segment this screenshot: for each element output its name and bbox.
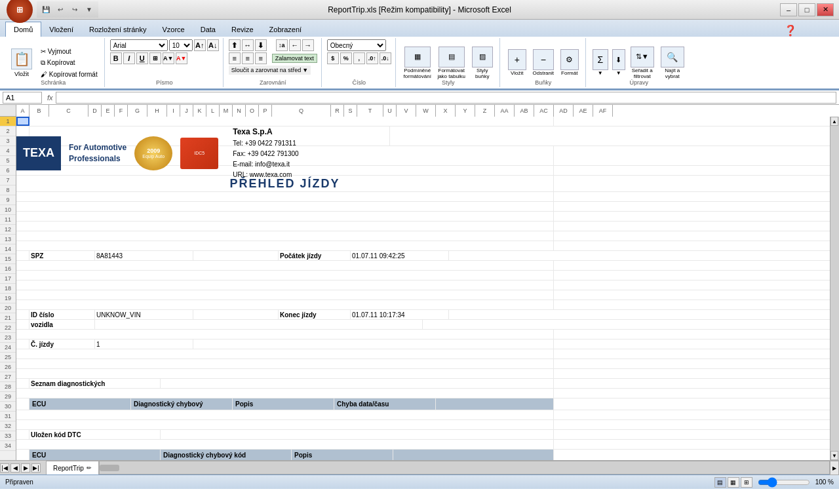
sum-btn[interactable]: Σ ▼: [591, 47, 610, 78]
cell-a22-rest[interactable]: [193, 339, 554, 349]
cut-btn[interactable]: ✂ Vyjmout: [38, 47, 100, 56]
tab-zobrazeni[interactable]: Zobrazení: [262, 22, 310, 37]
text-direction-btn[interactable]: ↕a: [276, 39, 288, 51]
indent-increase-btn[interactable]: →: [302, 39, 314, 51]
sheet-nav-next[interactable]: ▶: [21, 463, 30, 473]
align-middle-btn[interactable]: ↔: [242, 39, 254, 51]
minimize-btn[interactable]: –: [780, 3, 797, 16]
conditional-format-btn[interactable]: ▦ Podmíněné formátování: [401, 45, 434, 81]
cell-a11[interactable]: [16, 241, 554, 250]
close-btn[interactable]: ✕: [817, 3, 834, 16]
format-painter-btn[interactable]: 🖌 Kopírovat formát: [38, 69, 100, 79]
vertical-scrollbar[interactable]: ▲ ▼: [830, 117, 839, 460]
thousands-btn[interactable]: ,: [353, 52, 365, 64]
page-layout-btn[interactable]: ▦: [728, 477, 739, 488]
sheet-nav-prev[interactable]: ◀: [10, 463, 20, 473]
cell-spacer12[interactable]: [193, 251, 279, 260]
borders-btn[interactable]: ⊞: [149, 52, 161, 64]
sheet-nav-last[interactable]: ▶|: [31, 463, 41, 473]
cell-a26-rest[interactable]: [161, 379, 554, 388]
cell-reference-box[interactable]: [3, 92, 42, 104]
cell-a23[interactable]: [16, 349, 554, 359]
delete-cells-btn[interactable]: − Odstranit: [530, 47, 556, 78]
cell-a14[interactable]: [16, 271, 554, 280]
wrap-text-btn[interactable]: Zalamovat text: [272, 54, 317, 63]
sheet-nav-first[interactable]: |◀: [0, 463, 9, 473]
paste-btn[interactable]: 📋 Vložit: [7, 47, 37, 79]
cell-a31[interactable]: [16, 430, 29, 439]
cell-a1[interactable]: [16, 117, 29, 126]
cell-a33[interactable]: [16, 450, 29, 460]
number-format-select[interactable]: Obecný: [327, 39, 386, 51]
tab-vlozeni[interactable]: Vložení: [41, 22, 81, 37]
decimal-inc-btn[interactable]: .0↑: [366, 52, 378, 64]
cell-styles-btn[interactable]: ▨ Styly buňky: [469, 45, 496, 81]
cell-a16[interactable]: [16, 290, 554, 300]
indent-decrease-btn[interactable]: ←: [289, 39, 301, 51]
format-cells-btn[interactable]: ⚙ Formát: [558, 47, 581, 78]
italic-btn[interactable]: I: [123, 52, 135, 64]
redo-quick-btn[interactable]: ↪: [68, 4, 81, 16]
cell-a31-rest[interactable]: [161, 430, 554, 439]
cell-a10[interactable]: [16, 231, 554, 241]
align-bottom-btn[interactable]: ⬇: [255, 39, 267, 51]
decimal-dec-btn[interactable]: .0↓: [380, 52, 391, 64]
underline-btn[interactable]: U: [136, 52, 148, 64]
align-left-btn[interactable]: ≡: [229, 52, 241, 64]
font-name-select[interactable]: Arial: [110, 39, 168, 51]
scroll-down-btn[interactable]: ▼: [830, 451, 838, 460]
cell-a25[interactable]: [16, 369, 554, 378]
cell-a26[interactable]: [16, 379, 29, 388]
restore-btn[interactable]: □: [798, 3, 815, 16]
cell-a6[interactable]: [16, 192, 554, 201]
align-center-btn[interactable]: ≡: [242, 52, 254, 64]
grow-font-btn[interactable]: A↑: [194, 39, 206, 51]
cell-a24[interactable]: [16, 359, 554, 368]
tab-data[interactable]: Data: [193, 22, 224, 37]
cell-a19-rest[interactable]: [95, 320, 423, 329]
sheet-tab-reporttrip[interactable]: ReportTrip ✏: [46, 461, 99, 475]
format-table-btn[interactable]: ▤ Formátovat jako tabulku: [435, 45, 468, 81]
merge-center-btn[interactable]: Sloučit a zarovnat na střed ▼: [229, 66, 311, 75]
tab-vzorce[interactable]: Vzorce: [154, 22, 192, 37]
cell-a32[interactable]: [16, 440, 554, 449]
cell-a15[interactable]: [16, 281, 554, 290]
cell-a20[interactable]: [16, 330, 554, 339]
cell-a13[interactable]: [16, 261, 554, 270]
cell-a22[interactable]: [16, 339, 29, 349]
copy-btn[interactable]: ⧉ Kopírovat: [38, 58, 100, 68]
cell-b1[interactable]: [29, 117, 554, 126]
page-break-btn[interactable]: ⊞: [741, 477, 752, 488]
fill-color-btn[interactable]: A▼: [163, 52, 174, 64]
cell-a8[interactable]: [16, 212, 554, 221]
office-button[interactable]: ⊞: [7, 0, 33, 23]
formula-input[interactable]: [56, 92, 836, 104]
cell-spacer18[interactable]: [193, 310, 279, 319]
shrink-font-btn[interactable]: A↓: [207, 39, 219, 51]
horizontal-scrollbar[interactable]: [99, 461, 830, 475]
cell-stored-rest[interactable]: [393, 450, 554, 460]
undo-quick-btn[interactable]: ↩: [54, 4, 67, 16]
cell-a18[interactable]: [16, 310, 29, 319]
cell-a30[interactable]: [16, 420, 554, 429]
tab-revize[interactable]: Revize: [224, 22, 262, 37]
find-select-btn[interactable]: 🔍 Najít a vybrat: [658, 45, 687, 81]
scroll-up-btn[interactable]: ▲: [830, 117, 838, 126]
cell-a29[interactable]: [16, 410, 554, 419]
cell-a27[interactable]: [16, 389, 554, 398]
percent-btn[interactable]: %: [340, 52, 352, 64]
font-color-btn[interactable]: A▼: [176, 52, 187, 64]
bold-btn[interactable]: B: [110, 52, 122, 64]
qa-dropdown-btn[interactable]: ▼: [83, 4, 96, 16]
select-all-btn[interactable]: [0, 105, 16, 117]
align-top-btn[interactable]: ⬆: [229, 39, 241, 51]
cell-diag-rest[interactable]: [436, 398, 554, 410]
tab-rozlozeni[interactable]: Rozložení stránky: [81, 22, 154, 37]
cell-a9[interactable]: [16, 222, 554, 231]
normal-view-btn[interactable]: ▤: [714, 477, 726, 488]
cell-a7[interactable]: [16, 202, 554, 211]
scroll-right-btn[interactable]: ▶: [830, 461, 839, 475]
insert-cells-btn[interactable]: + Vložit: [505, 47, 529, 78]
cell-a19[interactable]: [16, 320, 29, 329]
align-right-btn[interactable]: ≡: [255, 52, 267, 64]
